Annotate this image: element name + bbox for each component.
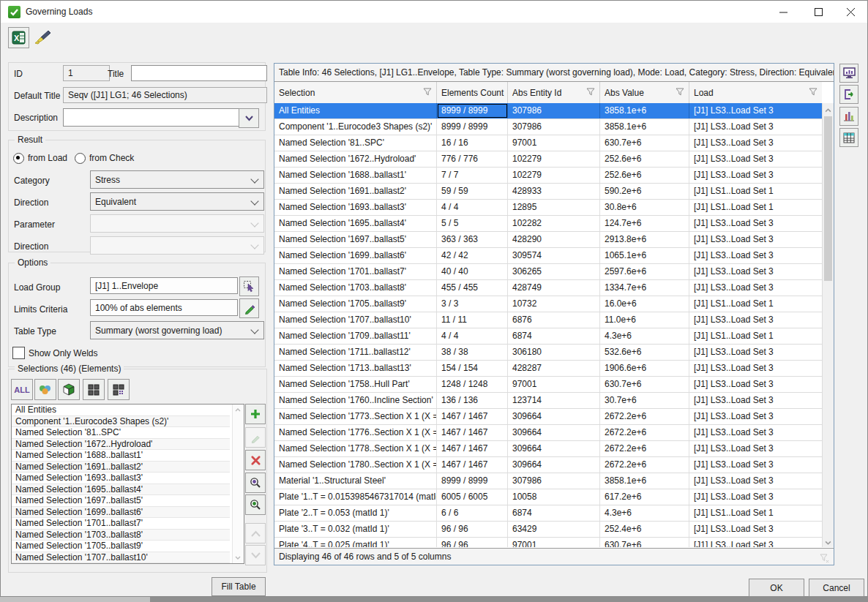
table-cell[interactable]: 1467 / 1467 — [437, 409, 508, 424]
table-row[interactable]: Named Selection '1701..ballast7'40 / 403… — [274, 264, 822, 280]
list-item[interactable]: Named Selection '1707..ballast10' — [12, 552, 230, 564]
table-cell[interactable]: Plate '3..T = 0.032 (matId 1)' — [274, 522, 437, 537]
limits-criteria-field[interactable]: 100% of abs elements — [90, 299, 238, 316]
table-cell[interactable]: 4.3e+6 — [600, 505, 689, 521]
table-cell[interactable]: [J1] LS3..Load Set 3 — [689, 393, 822, 408]
category-select[interactable]: Stress — [90, 170, 264, 189]
scroll-down-icon[interactable] — [825, 538, 831, 544]
filter-icon[interactable] — [586, 88, 595, 98]
table-cell[interactable]: 2672.2e+6 — [600, 409, 689, 424]
table-cell[interactable]: [J1] LS3..Load Set 3 — [689, 280, 822, 296]
column-header[interactable]: Selection — [274, 82, 437, 103]
table-row[interactable]: Named Selection '1711..ballast12'38 / 38… — [274, 345, 822, 361]
table-cell[interactable]: 630.7e+6 — [600, 377, 689, 392]
table-cell[interactable]: 252.6e+6 — [600, 168, 689, 183]
table-type-select[interactable]: Summary (worst governing load) — [90, 321, 264, 339]
scrollbar-thumb[interactable] — [824, 116, 832, 281]
table-cell[interactable]: 428287 — [508, 361, 600, 376]
table-cell[interactable]: 307986 — [508, 473, 600, 489]
table-cell[interactable]: Plate '1..T = 0.0153985467317014 (matId — [274, 489, 437, 505]
list-item[interactable]: Named Selection '1699..ballast6' — [12, 507, 230, 519]
list-item[interactable]: Named Selection '1705..ballast9' — [12, 541, 230, 552]
maximize-button[interactable] — [801, 1, 835, 23]
table-cell[interactable]: 63429 — [508, 522, 600, 537]
filter-icon[interactable] — [423, 88, 432, 98]
table-cell[interactable]: 38 / 38 — [437, 345, 508, 360]
column-header[interactable]: Abs Entity Id — [508, 82, 600, 103]
table-cell[interactable]: 630.7e+6 — [600, 135, 689, 151]
table-cell[interactable]: 590.2e+6 — [600, 184, 689, 199]
table-cell[interactable]: 776 / 776 — [437, 151, 508, 167]
table-cell[interactable]: 16.0e+6 — [600, 296, 689, 312]
table-cell[interactable]: 1906.6e+6 — [600, 361, 689, 376]
table-cell[interactable]: 307986 — [508, 103, 600, 118]
table-row[interactable]: Named Selection '1709..ballast11'4 / 468… — [274, 328, 822, 345]
ok-button[interactable]: OK — [749, 579, 804, 597]
table-cell[interactable]: 4 / 4 — [437, 328, 508, 344]
table-cell[interactable]: 5 / 5 — [437, 216, 508, 231]
table-cell[interactable]: 6876 — [508, 312, 600, 328]
from-load-label[interactable]: from Load — [28, 153, 67, 163]
sweep-clear-button[interactable] — [33, 29, 52, 46]
table-cell[interactable]: Named Selection '1780..Section X 1 (X = — [274, 457, 437, 473]
table-row[interactable]: Named Selection '1758..Hull Part'1248 / … — [274, 377, 822, 393]
table-cell[interactable]: Named Selection '1705..ballast9' — [274, 296, 437, 312]
table-cell[interactable]: 123714 — [508, 393, 600, 408]
table-cell[interactable]: [J1] LS3..Load Set 3 — [689, 216, 822, 231]
table-cell[interactable]: All Entities — [274, 103, 437, 118]
table-cell[interactable]: 154 / 154 — [437, 361, 508, 376]
table-cell[interactable]: 10732 — [508, 296, 600, 312]
table-row[interactable]: Named Selection '1695..ballast4'5 / 5102… — [274, 216, 822, 232]
table-row[interactable]: Named Selection '1707..ballast10'11 / 11… — [274, 312, 822, 328]
table-cell[interactable]: 4 / 4 — [437, 200, 508, 215]
table-cell[interactable]: 455 / 455 — [437, 280, 508, 296]
table-row[interactable]: Named Selection '1713..ballast13'154 / 1… — [274, 361, 822, 377]
table-cell[interactable]: [J1] LS3..Load Set 3 — [689, 489, 822, 505]
table-cell[interactable]: 1467 / 1467 — [437, 425, 508, 440]
zoom-all-button[interactable] — [245, 494, 266, 515]
table-row[interactable]: Named Selection '1672..Hydroload'776 / 7… — [274, 151, 822, 168]
table-cell[interactable]: 97001 — [508, 377, 600, 392]
table-cell[interactable]: [J1] LS1..Load Set 1 — [689, 200, 822, 215]
list-item[interactable]: Named Selection '1703..ballast8' — [12, 530, 230, 541]
table-row[interactable]: Named Selection '1697..ballast5'363 / 36… — [274, 232, 822, 248]
table-cell[interactable]: 617.2e+6 — [600, 489, 689, 505]
table-cell[interactable]: 7 / 7 — [437, 168, 508, 183]
table-cell[interactable]: [J1] LS3..Load Set 3 — [689, 361, 822, 376]
table-row[interactable]: Named Selection '1693..ballast3'4 / 4128… — [274, 200, 822, 216]
table-cell[interactable]: Named Selection '1693..ballast3' — [274, 200, 437, 215]
table-row[interactable]: Named Selection '1778..Section X 1 (X = … — [274, 441, 822, 457]
select-all-button[interactable]: ALL — [11, 379, 33, 400]
from-check-label[interactable]: from Check — [89, 153, 134, 163]
table-cell[interactable]: [J1] LS3..Load Set 3 — [689, 457, 822, 473]
table-row[interactable]: Component '1..Eurocode3 Shapes (s2)'8999… — [274, 119, 822, 135]
table-cell[interactable]: 97001 — [508, 538, 600, 547]
table-cell[interactable]: [J1] LS3..Load Set 3 — [689, 409, 822, 424]
clear-filter-icon[interactable] — [820, 552, 829, 568]
listbox-scrollbar[interactable] — [232, 405, 244, 563]
table-cell[interactable]: 307986 — [508, 119, 600, 135]
list-item[interactable]: Named Selection '1672..Hydroload' — [12, 439, 230, 451]
scroll-up-icon[interactable] — [825, 106, 831, 113]
export-button[interactable] — [839, 85, 858, 104]
table-row[interactable]: Named Selection '1688..ballast1'7 / 7102… — [274, 168, 822, 184]
table-view-button[interactable] — [839, 128, 858, 147]
table-cell[interactable]: 40 / 40 — [437, 264, 508, 279]
table-cell[interactable]: 2672.2e+6 — [600, 441, 689, 456]
table-cell[interactable]: Named Selection '1697..ballast5' — [274, 232, 437, 247]
table-cell[interactable]: Named Selection '1695..ballast4' — [274, 216, 437, 231]
table-cell[interactable]: 306180 — [508, 345, 600, 360]
table-cell[interactable]: Named Selection '1691..ballast2' — [274, 184, 437, 199]
table-cell[interactable]: Material '1..Structural Steel' — [274, 473, 437, 489]
table-cell[interactable]: Named Selection '1672..Hydroload' — [274, 151, 437, 167]
table-cell[interactable]: Plate '2..T = 0.053 (matId 1)' — [274, 505, 437, 521]
delete-selection-button[interactable] — [245, 450, 266, 470]
table-row[interactable]: Named Selection '1705..ballast9'3 / 3107… — [274, 296, 822, 312]
table-cell[interactable]: 630.7e+6 — [600, 538, 689, 547]
table-cell[interactable]: Named Selection '1699..ballast6' — [274, 248, 437, 263]
table-cell[interactable]: 102279 — [508, 151, 600, 167]
table-cell[interactable]: Named Selection '1703..ballast8' — [274, 280, 437, 296]
table-cell[interactable]: Component '1..Eurocode3 Shapes (s2)' — [274, 119, 437, 135]
excel-export-button[interactable]: X — [8, 27, 29, 48]
table-cell[interactable]: 309664 — [508, 457, 600, 473]
